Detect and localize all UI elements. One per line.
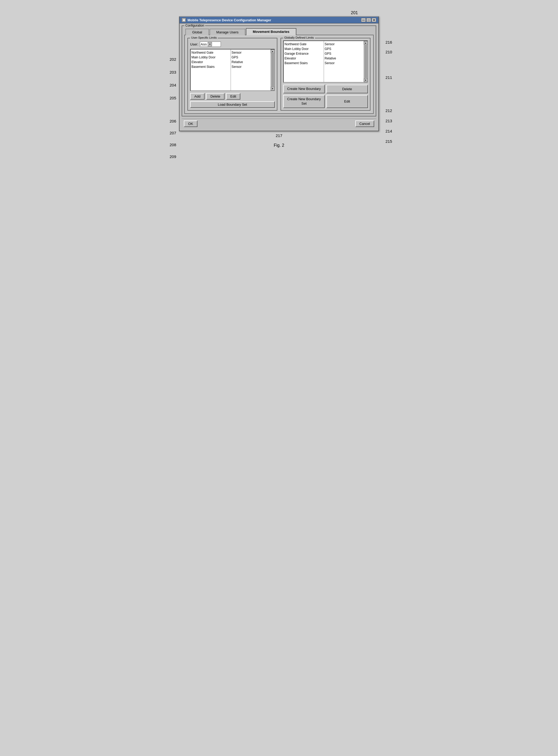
- list-item[interactable]: Northwest Gate: [192, 50, 230, 55]
- app-icon: 🖥: [182, 18, 186, 22]
- tab-global[interactable]: Global: [185, 29, 209, 35]
- user-boundary-names-col: Northwest Gate Main Lobby Door Elevator …: [191, 49, 231, 91]
- user-select-box[interactable]: Ann ▼: [200, 42, 221, 47]
- global-delete-button[interactable]: Delete: [326, 85, 368, 93]
- list-item[interactable]: Garage Entrance: [284, 51, 323, 56]
- ref-207: 207: [170, 131, 176, 135]
- titlebar-title-area: 🖥 Mobile Telepresence Device Configurati…: [182, 18, 271, 22]
- tabs-row: Global Manage Users Movement Boundaries: [184, 28, 374, 35]
- list-item[interactable]: Sensor: [325, 61, 363, 66]
- scrollbar-thumb[interactable]: [271, 53, 274, 86]
- global-list-scrollbar[interactable]: ▲ ▼: [364, 41, 367, 82]
- list-item[interactable]: GPS: [325, 51, 363, 56]
- ref-210: 210: [385, 50, 392, 54]
- add-button[interactable]: Add: [190, 93, 205, 100]
- ref-216: 216: [385, 40, 392, 45]
- bottom-action-bar: OK Cancel: [182, 119, 376, 129]
- list-item[interactable]: GPS: [325, 47, 363, 51]
- two-panel-layout: User-Specific Limits User: Ann ▼: [187, 38, 371, 111]
- user-select-value: Ann: [201, 42, 207, 46]
- ref-211: 211: [385, 75, 392, 80]
- global-scrollbar-down-arrow[interactable]: ▼: [364, 78, 367, 82]
- global-edit-button[interactable]: Edit: [326, 95, 368, 108]
- list-item[interactable]: Sensor: [325, 42, 363, 47]
- close-button[interactable]: ✕: [372, 18, 376, 22]
- ref-208: 208: [170, 143, 176, 147]
- global-scrollbar-up-arrow[interactable]: ▲: [364, 41, 367, 45]
- main-window: 🖥 Mobile Telepresence Device Configurati…: [179, 16, 379, 131]
- configuration-group-label: Configuration: [184, 24, 205, 27]
- tab-movement-boundaries[interactable]: Movement Boundaries: [246, 28, 296, 35]
- list-item[interactable]: Sensor: [232, 50, 270, 55]
- figure-caption: Fig. 2: [274, 143, 284, 148]
- ref-214: 214: [385, 129, 392, 133]
- ref-206: 206: [170, 119, 176, 123]
- user-dropdown-arrow[interactable]: ▼: [208, 42, 212, 46]
- create-new-boundary-set-button[interactable]: Create New Boundary Set: [283, 95, 325, 108]
- list-item[interactable]: GPS: [232, 55, 270, 60]
- user-boundary-list[interactable]: Northwest Gate Main Lobby Door Elevator …: [190, 49, 275, 91]
- titlebar-buttons: — □ ✕: [361, 18, 376, 22]
- tab-content-movement-boundaries: User-Specific Limits User: Ann ▼: [184, 35, 374, 114]
- ok-button[interactable]: OK: [184, 121, 198, 127]
- list-item[interactable]: Main Lobby Door: [284, 47, 323, 51]
- user-specific-limits-panel: User-Specific Limits User: Ann ▼: [187, 38, 277, 111]
- window-content: Configuration Global Manage Users Moveme…: [180, 23, 378, 131]
- list-item[interactable]: Sensor: [232, 65, 270, 69]
- ref-205: 205: [170, 96, 176, 100]
- global-boundary-list[interactable]: Northwest Gate Main Lobby Door Garage En…: [283, 41, 368, 82]
- ref-213: 213: [385, 119, 392, 123]
- global-action-buttons: Create New Boundary Delete Create New Bo…: [283, 85, 368, 108]
- minimize-button[interactable]: —: [361, 18, 366, 22]
- scrollbar-down-arrow[interactable]: ▼: [271, 87, 275, 91]
- scrollbar-up-arrow[interactable]: ▲: [271, 49, 275, 53]
- list-item[interactable]: Main Lobby Door: [192, 55, 230, 60]
- list-item[interactable]: Elevator: [284, 56, 323, 61]
- user-specific-limits-label: User-Specific Limits: [190, 36, 218, 39]
- user-action-buttons: Add Delete Edit: [190, 93, 275, 100]
- edit-button[interactable]: Edit: [226, 93, 240, 100]
- titlebar: 🖥 Mobile Telepresence Device Configurati…: [180, 17, 378, 23]
- configuration-group: Configuration Global Manage Users Moveme…: [182, 26, 376, 117]
- create-new-boundary-button[interactable]: Create New Boundary: [283, 85, 325, 93]
- ref-202: 202: [170, 57, 176, 61]
- user-row: User: Ann ▼: [190, 42, 275, 47]
- window-title: Mobile Telepresence Device Configuration…: [187, 18, 271, 22]
- ref-217: 217: [276, 133, 282, 138]
- user-list-scrollbar[interactable]: ▲ ▼: [271, 49, 274, 91]
- ref-209: 209: [170, 154, 176, 159]
- delete-button[interactable]: Delete: [206, 93, 225, 100]
- tab-manage-users[interactable]: Manage Users: [209, 29, 246, 35]
- ref-204: 204: [170, 83, 176, 87]
- list-item[interactable]: Basement Stairs: [284, 61, 323, 66]
- cancel-button[interactable]: Cancel: [355, 121, 374, 127]
- list-item[interactable]: Northwest Gate: [284, 42, 323, 47]
- list-item[interactable]: Basement Stairs: [192, 65, 230, 69]
- global-boundary-names-col: Northwest Gate Main Lobby Door Garage En…: [284, 41, 324, 82]
- ref-201: 201: [351, 10, 358, 15]
- maximize-button[interactable]: □: [366, 18, 371, 22]
- ref-215: 215: [385, 139, 392, 144]
- globally-defined-limits-panel: Globally Defined Limits Northwest Gate M…: [281, 38, 371, 111]
- user-field-label: User:: [190, 42, 198, 46]
- load-boundary-set-button[interactable]: Load Boundary Set: [190, 101, 275, 108]
- list-item[interactable]: Relative: [325, 56, 363, 61]
- global-boundary-types-col: Sensor GPS GPS Relative Sensor: [324, 41, 364, 82]
- global-scrollbar-thumb[interactable]: [364, 45, 367, 78]
- ref-212: 212: [385, 108, 392, 113]
- user-boundary-types-col: Sensor GPS Relative Sensor: [231, 49, 271, 91]
- globally-defined-limits-label: Globally Defined Limits: [283, 36, 315, 39]
- list-item[interactable]: Elevator: [192, 60, 230, 65]
- ref-203: 203: [170, 70, 176, 74]
- list-item[interactable]: Relative: [232, 60, 270, 65]
